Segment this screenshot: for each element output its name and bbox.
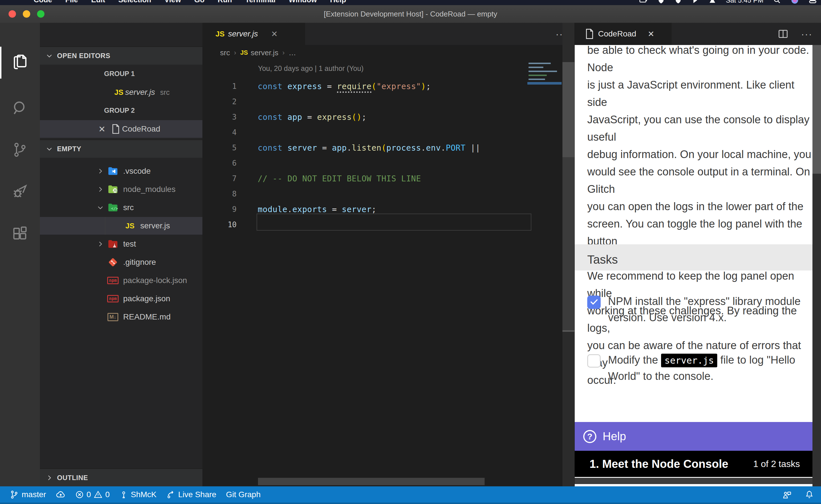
debug-icon <box>11 183 29 200</box>
activity-explorer[interactable] <box>0 49 40 76</box>
lesson-text-line: be able to check what's going on in your… <box>587 45 812 76</box>
open-editor-label: CodeRoad <box>122 124 160 134</box>
close-icon[interactable]: ✕ <box>271 29 278 39</box>
scrollbar-track <box>562 157 574 332</box>
open-editors-header[interactable]: OPEN EDITORS <box>40 46 202 65</box>
checkbox-unchecked[interactable] <box>587 354 600 368</box>
publish-button[interactable] <box>56 490 66 499</box>
code-line-10: 10 <box>202 217 574 232</box>
chevron-right-icon[interactable] <box>94 183 107 196</box>
menu-item-terminal[interactable]: Terminal <box>245 0 275 4</box>
menu-item-edit[interactable]: Edit <box>91 0 105 4</box>
clock: Sat 5:45 PM <box>726 0 763 4</box>
folder-section-header[interactable]: EMPTY <box>40 140 202 158</box>
more-actions-icon[interactable]: ··· <box>801 28 812 40</box>
chevron-none-icon <box>94 311 107 323</box>
tree-item-label: src <box>123 203 134 212</box>
branch-indicator[interactable]: master <box>10 490 46 499</box>
lesson-bar[interactable]: 1. Meet the Node Console 1 of 2 tasks <box>575 451 821 477</box>
task-text: NPM install the "express" library module… <box>608 293 810 326</box>
chevron-none-icon <box>111 220 124 232</box>
bell-icon[interactable] <box>804 489 814 500</box>
activity-extensions[interactable] <box>0 220 40 247</box>
menu-item-file[interactable]: File <box>65 0 78 4</box>
activity-source-control[interactable] <box>0 136 40 163</box>
checkbox-checked[interactable] <box>587 296 600 309</box>
tree-item--gitignore[interactable]: .gitignore <box>40 253 202 271</box>
live-share-button[interactable]: Live Share <box>166 490 217 499</box>
activity-search[interactable] <box>0 95 40 122</box>
title-bar[interactable]: [Extension Development Host] - CodeRoad … <box>0 5 821 23</box>
menu-item-view[interactable]: View <box>164 0 181 4</box>
horizontal-scrollbar-thumb[interactable] <box>258 478 485 485</box>
webview-scrollbar[interactable] <box>812 45 821 486</box>
menu-item-help[interactable]: Help <box>330 0 346 4</box>
chevron-right-icon[interactable] <box>94 238 107 250</box>
code-line-8: 8 <box>202 186 574 202</box>
close-icon[interactable]: ✕ <box>98 124 105 134</box>
chevron-right-icon[interactable] <box>94 165 107 177</box>
tree-item-node-modules[interactable]: JSnode_modules <box>40 181 202 198</box>
js-icon: JS <box>124 220 136 232</box>
editor-scrollbar[interactable] <box>562 23 574 486</box>
line-number: 10 <box>202 220 237 229</box>
close-window-button[interactable] <box>9 10 16 18</box>
search-icon <box>11 100 28 117</box>
zoom-window-button[interactable] <box>37 10 44 18</box>
coderoad-webview: be able to check what's going on in your… <box>575 45 821 486</box>
open-editor-serverjs[interactable]: JS server.js src <box>40 83 202 101</box>
account-indicator[interactable]: ShMcK <box>119 490 156 499</box>
breadcrumb-src[interactable]: src <box>220 48 230 57</box>
tree-item-test[interactable]: test <box>40 235 202 253</box>
problems-indicator[interactable]: 0 0 <box>75 490 110 499</box>
git-graph-button[interactable]: Git Graph <box>226 490 261 499</box>
outline-header[interactable]: OUTLINE <box>40 468 202 486</box>
tree-item-package-json[interactable]: npmpackage.json <box>40 290 202 308</box>
scrollbar-thumb[interactable] <box>562 62 574 157</box>
chevron-none-icon <box>94 274 107 287</box>
minimize-window-button[interactable] <box>23 10 30 18</box>
tab-coderoad[interactable]: CodeRoad ✕ <box>575 23 672 45</box>
breadcrumb-file[interactable]: server.js <box>251 48 279 57</box>
task-text-line: World" to the console. <box>608 368 810 384</box>
open-editors-label: OPEN EDITORS <box>57 52 110 60</box>
tasks-title: Tasks <box>587 253 618 267</box>
menu-item-window[interactable]: Window <box>289 0 317 4</box>
tree-item--vscode[interactable]: .vscode <box>40 162 202 180</box>
code-editor[interactable]: You, 20 days ago | 1 author (You) 1const… <box>202 60 574 486</box>
code-text: module.exports = server; <box>258 205 377 214</box>
code-text: const express = require("express"); <box>258 82 431 91</box>
tree-item-label: package-lock.json <box>123 276 187 285</box>
shield-icon <box>658 0 665 5</box>
menu-item-run[interactable]: Run <box>218 0 232 4</box>
line-number: 9 <box>202 205 237 214</box>
activity-run-debug[interactable] <box>0 178 40 205</box>
tree-item-readme-md[interactable]: M↓README.md <box>40 308 202 326</box>
lesson-text-line: debug information. On your local machine… <box>587 146 812 163</box>
task-text: Modify the server.js file to log "HelloW… <box>608 352 810 384</box>
tree-item-src[interactable]: </>src <box>40 199 202 216</box>
webview-footer-strip <box>575 478 821 484</box>
menu-item-selection[interactable]: Selection <box>118 0 151 4</box>
close-icon[interactable]: ✕ <box>648 29 654 39</box>
warning-icon <box>94 490 102 499</box>
tree-item-server-js[interactable]: JSserver.js <box>40 217 202 235</box>
chevron-down-icon[interactable] <box>94 201 107 214</box>
scrollbar-thumb[interactable] <box>812 45 821 174</box>
folder-node-icon: JS <box>107 183 119 196</box>
open-editor-coderoad[interactable]: ✕ CodeRoad <box>40 120 202 138</box>
code-text: const app = express(); <box>258 112 367 122</box>
menu-item-code[interactable]: Code <box>34 0 52 4</box>
menu-item-go[interactable]: Go <box>194 0 204 4</box>
tree-item-label: .vscode <box>123 167 151 176</box>
feedback-icon[interactable] <box>782 489 792 500</box>
chevron-right-icon: › <box>234 49 236 57</box>
help-bar[interactable]: ? Help <box>575 422 821 451</box>
split-editor-icon[interactable] <box>778 28 789 39</box>
vscode-window: CodeFileEditSelectionViewGoRunTerminalWi… <box>0 0 821 504</box>
breadcrumb-symbol[interactable]: … <box>289 48 296 57</box>
tree-item-package-lock-json[interactable]: npmpackage-lock.json <box>40 272 202 289</box>
minimap[interactable] <box>527 62 561 130</box>
tab-serverjs[interactable]: JS server.js ✕ <box>202 23 305 45</box>
breadcrumb[interactable]: src › JS server.js › … <box>202 45 574 60</box>
